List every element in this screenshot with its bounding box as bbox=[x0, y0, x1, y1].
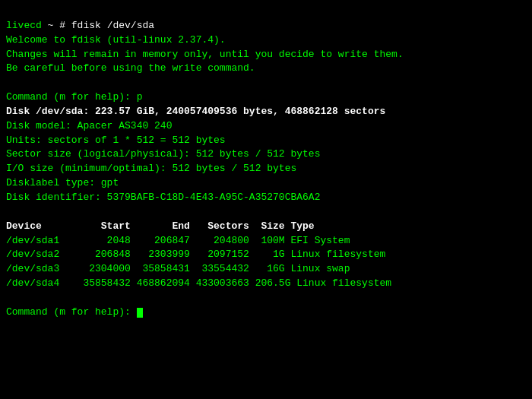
partition3-line: /dev/sda3 2304000 35858431 33554432 16G … bbox=[6, 263, 350, 274]
command-prompt-2[interactable]: Command (m for help): bbox=[6, 306, 137, 318]
disk-id-line: Disk identifier: 5379BAFB-C18D-4E43-A95C… bbox=[6, 192, 320, 203]
io-size-line: I/O size (minimum/optimal): 512 bytes / … bbox=[6, 163, 296, 174]
careful-line: Be careful before using the write comman… bbox=[6, 62, 255, 74]
changes-line: Changes will remain in memory only, unti… bbox=[6, 49, 404, 60]
disk-info-line: Disk /dev/sda: 223.57 GiB, 240057409536 … bbox=[6, 106, 385, 117]
prompt-line: livecd ~ # fdisk /dev/sda bbox=[6, 20, 154, 31]
partition4-line: /dev/sda4 35858432 468862094 433003663 2… bbox=[6, 277, 391, 289]
blank3 bbox=[6, 292, 12, 303]
prompt-command: ~ bbox=[42, 20, 59, 31]
disklabel-line: Disklabel type: gpt bbox=[6, 177, 119, 188]
table-header-line: Device Start End Sectors Size Type bbox=[6, 220, 315, 232]
prompt-cmd-text: # fdisk /dev/sda bbox=[59, 20, 154, 31]
blank2 bbox=[6, 206, 12, 217]
prompt-user: livecd bbox=[6, 20, 42, 31]
cursor bbox=[137, 308, 143, 318]
partition1-line: /dev/sda1 2048 206847 204800 100M EFI Sy… bbox=[6, 235, 350, 246]
terminal-window: livecd ~ # fdisk /dev/sda Welcome to fdi… bbox=[0, 0, 532, 399]
partition2-line: /dev/sda2 206848 2303999 2097152 1G Linu… bbox=[6, 249, 385, 260]
welcome-line: Welcome to fdisk (util-linux 2.37.4). bbox=[6, 34, 226, 46]
sector-size-line: Sector size (logical/physical): 512 byte… bbox=[6, 148, 320, 160]
blank1 bbox=[6, 77, 12, 88]
command-prompt-1: Command (m for help): p bbox=[6, 91, 142, 103]
disk-model-line: Disk model: Apacer AS340 240 bbox=[6, 120, 172, 131]
units-line: Units: sectors of 1 * 512 = 512 bytes bbox=[6, 135, 226, 146]
